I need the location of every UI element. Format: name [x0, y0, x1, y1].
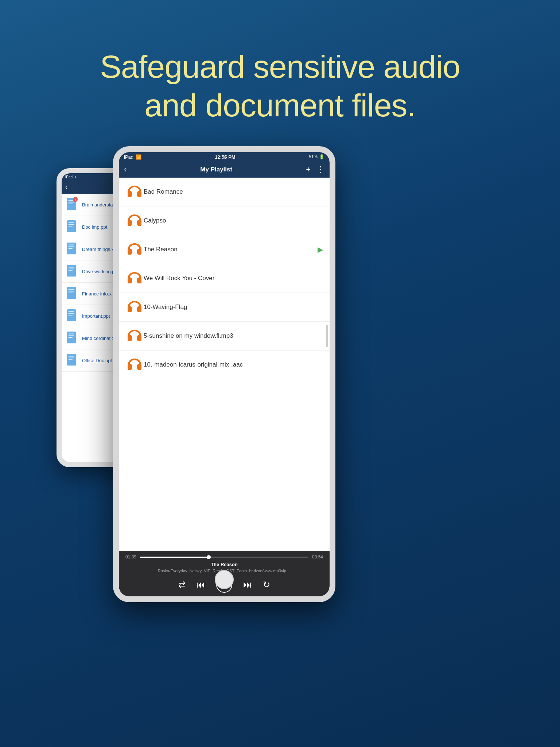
wifi-icon: 📶 — [136, 154, 141, 160]
ipad-label: iPad — [124, 154, 133, 160]
svg-rect-4 — [69, 204, 73, 204]
file-icon — [66, 353, 78, 368]
file-icon: ! — [66, 197, 78, 212]
svg-rect-12 — [69, 245, 74, 245]
file-icon — [66, 242, 78, 256]
track-item-calypso[interactable]: Calypso — [119, 206, 330, 235]
back-button[interactable]: ‹ — [124, 165, 127, 174]
time-elapsed: 01:39 — [125, 554, 136, 560]
headphone-icon — [125, 269, 144, 287]
svg-rect-25 — [69, 313, 74, 314]
track-name: 10-Waving-Flag — [144, 303, 323, 311]
home-button[interactable] — [215, 570, 234, 589]
svg-text:!: ! — [75, 198, 76, 202]
headphone-icon — [125, 240, 144, 259]
track-name: Calypso — [144, 217, 323, 224]
svg-rect-45 — [128, 337, 131, 341]
svg-rect-18 — [69, 270, 73, 271]
headphone-icon — [125, 356, 144, 374]
svg-rect-48 — [139, 365, 141, 370]
file-icon — [66, 309, 78, 323]
file-icon — [66, 264, 78, 279]
file-name: Finance info.xls — [82, 291, 115, 297]
scroll-indicator — [326, 325, 328, 347]
svg-rect-26 — [69, 315, 73, 316]
camera-dot — [223, 156, 226, 159]
svg-rect-21 — [69, 291, 74, 292]
track-item-bad-romance[interactable]: Bad Romance — [119, 178, 330, 206]
progress-dot — [207, 555, 211, 559]
headphone-icon — [125, 183, 144, 201]
playlist-content: Bad Romance Calypso — [119, 178, 330, 551]
svg-rect-34 — [69, 359, 73, 360]
file-name: Important.ppt — [82, 313, 110, 319]
file-name: Doc imp.ppt — [82, 224, 107, 230]
file-icon — [66, 286, 78, 301]
previous-button[interactable]: ⏮ — [197, 580, 205, 590]
progress-bar[interactable] — [140, 557, 308, 558]
svg-rect-37 — [128, 221, 131, 226]
file-icon — [66, 331, 78, 345]
headphone-icon — [125, 212, 144, 230]
svg-rect-35 — [128, 193, 131, 197]
file-icon — [66, 220, 78, 234]
track-name: We Will Rock You - Cover — [144, 275, 323, 282]
headline-text: Safeguard sensitive audio and document f… — [0, 47, 560, 124]
svg-rect-32 — [69, 356, 74, 357]
svg-rect-14 — [69, 248, 73, 249]
svg-rect-39 — [128, 250, 131, 255]
track-name: Bad Romance — [144, 188, 323, 196]
track-item-sunshine[interactable]: 5-sunshine on my window.fl.mp3 — [119, 322, 330, 351]
more-button[interactable]: ⋮ — [316, 165, 324, 174]
svg-rect-41 — [128, 279, 131, 283]
svg-rect-24 — [69, 311, 74, 312]
headline-section: Safeguard sensitive audio and document f… — [0, 0, 560, 146]
headphone-icon — [125, 327, 144, 345]
svg-rect-46 — [139, 337, 141, 341]
track-name: 5-sunshine on my window.fl.mp3 — [144, 332, 323, 340]
track-item-madeon[interactable]: 10.-madeon-icarus-original-mix-.aac — [119, 351, 330, 379]
battery-icon: 🔋 — [319, 154, 324, 159]
front-ipad: iPad 📶 12:55 PM 51% 🔋 ‹ My Playlist + ⋮ — [113, 146, 335, 602]
svg-rect-16 — [69, 267, 74, 268]
svg-rect-38 — [139, 221, 141, 226]
add-button[interactable]: + — [306, 165, 311, 174]
svg-rect-22 — [69, 293, 73, 293]
shuffle-button[interactable]: ⇄ — [178, 580, 186, 590]
svg-rect-40 — [139, 250, 141, 255]
player-track-name: The Reason — [125, 562, 323, 567]
battery-label: 51% — [309, 154, 318, 159]
svg-rect-33 — [69, 358, 74, 359]
next-button[interactable]: ⏭ — [243, 580, 252, 590]
svg-rect-8 — [69, 222, 74, 223]
nav-bar: ‹ My Playlist + ⋮ — [119, 162, 330, 178]
back-nav-back-button[interactable]: ‹ — [65, 183, 67, 191]
progress-fill — [140, 557, 211, 558]
repeat-button[interactable]: ↻ — [263, 580, 270, 590]
track-name: 10.-madeon-icarus-original-mix-.aac — [144, 361, 323, 368]
track-item-we-will-rock-you[interactable]: We Will Rock You - Cover — [119, 264, 330, 293]
file-name: Office Doc.ppt — [82, 358, 112, 363]
svg-rect-44 — [139, 308, 141, 312]
svg-rect-30 — [69, 337, 73, 338]
svg-rect-36 — [139, 193, 141, 197]
playlist-title: My Playlist — [200, 166, 232, 173]
time-total: 03:54 — [312, 554, 323, 560]
svg-rect-17 — [69, 269, 74, 270]
svg-rect-29 — [69, 336, 74, 336]
file-name: Dream things.xls — [82, 247, 117, 252]
svg-rect-47 — [128, 365, 131, 370]
track-item-waving-flag[interactable]: 10-Waving-Flag — [119, 293, 330, 322]
svg-rect-20 — [69, 289, 74, 290]
track-name: The Reason — [144, 246, 318, 253]
svg-rect-9 — [69, 224, 74, 225]
headphone-icon — [125, 298, 144, 316]
track-item-the-reason[interactable]: The Reason ▶ — [119, 235, 330, 264]
svg-rect-10 — [69, 226, 73, 227]
svg-rect-43 — [128, 308, 131, 312]
svg-rect-42 — [139, 279, 141, 283]
svg-rect-13 — [69, 247, 74, 247]
svg-rect-3 — [69, 202, 74, 203]
now-playing-icon: ▶ — [318, 245, 323, 254]
devices-container: iPad ✈ 📶 ‹ — [0, 146, 560, 620]
